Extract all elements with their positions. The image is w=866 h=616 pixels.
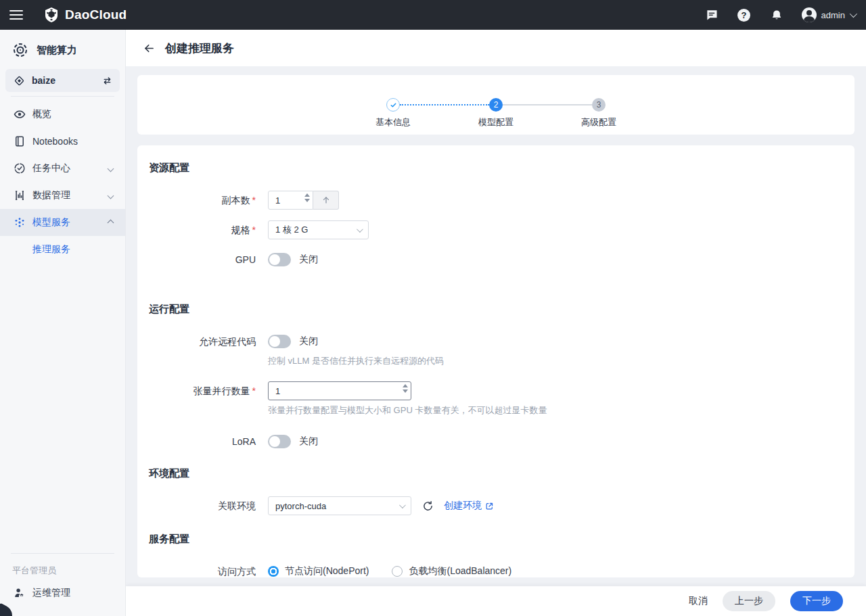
chevron-down-icon [357,226,363,233]
sidebar-item-data-management[interactable]: 数据管理 [0,182,125,209]
sidebar-item-ops-management[interactable]: 运维管理 [0,579,125,607]
brand[interactable]: DaoCloud [43,7,127,23]
radio-loadbalancer[interactable]: 负载均衡(LoadBalancer) [392,565,511,577]
chevron-down-icon [108,165,114,172]
stepper-up-icon[interactable] [304,193,310,197]
workspace-name: baize [32,75,55,86]
replicas-input-wrapper [268,191,313,210]
data-columns-icon [14,189,26,202]
sidebar: 智能算力 baize 概览 Notebooks [0,30,126,616]
external-link-icon [485,502,494,511]
step-label: 高级配置 [581,116,616,128]
back-arrow-icon[interactable] [141,40,157,56]
form-row-lora: LoRA 关闭 [149,432,838,451]
chevron-up-icon [108,219,114,226]
radio-nodeport[interactable]: 节点访问(NodePort) [268,565,369,577]
radio-label: 负载均衡(LoadBalancer) [409,565,511,577]
message-icon[interactable] [704,7,719,22]
page-header: 创建推理服务 [126,30,866,66]
sidebar-item-task-center[interactable]: 任务中心 [0,155,125,182]
brand-name: DaoCloud [65,7,127,22]
gpu-toggle[interactable] [268,253,291,266]
compute-module-icon [12,42,28,58]
sidebar-item-model-services[interactable]: 模型服务 [0,209,125,236]
remote-code-toggle[interactable] [268,335,291,348]
stepper-down-icon[interactable] [304,199,310,202]
divider [11,96,114,97]
step-number: 2 [489,98,503,112]
step-advanced-config: 3 高级配置 [592,98,606,112]
field-label: 关联环境 [218,500,256,511]
stepper-up-icon[interactable] [403,384,408,387]
tensor-parallel-hint: 张量并行数量配置与模型大小和 GPU 卡数量有关，不可以超过显卡数量 [268,404,547,416]
user-name: admin [821,10,845,20]
switch-workspace-icon[interactable] [101,75,113,87]
lora-toggle-state: 关闭 [299,435,318,448]
step-connector [400,98,489,112]
admin-gear-icon [14,587,26,599]
form-row-access-mode: 访问方式 节点访问(NodePort) 负载均衡(LoadBalancer) [149,562,838,577]
sidebar-item-notebooks[interactable]: Notebooks [0,128,125,155]
field-label: GPU [235,254,256,265]
step-model-config: 2 模型配置 [489,98,503,112]
sidebar-item-label: 数据管理 [32,189,108,202]
bell-icon[interactable] [769,7,784,22]
step-done-check-icon [386,98,400,112]
sidebar-subitem-label: 推理服务 [32,243,70,256]
stepper-down-icon[interactable] [403,389,408,393]
field-label: 张量并行数量 [193,385,250,396]
section-service-title: 服务配置 [149,533,838,546]
form-row-remote-code: 允许远程代码 关闭 控制 vLLM 是否信任并执行来自远程源的代码 [149,332,838,366]
avatar [802,7,817,22]
daocloud-logo-icon [43,7,60,23]
sidebar-item-overview[interactable]: 概览 [0,101,125,128]
replicas-input[interactable] [269,195,297,206]
user-menu[interactable]: admin [802,7,855,22]
chevron-down-icon [850,10,857,18]
field-label: LoRA [232,436,256,447]
eye-icon [14,108,26,120]
menu-icon[interactable] [9,10,23,20]
environment-select[interactable]: pytorch-cuda [268,496,411,515]
field-label: 副本数 [222,195,250,206]
sidebar-item-label: 模型服务 [32,216,108,229]
steps-card: 基本信息 2 模型配置 3 高级配置 [137,75,854,135]
form-row-gpu: GPU 关闭 [149,250,838,269]
help-icon[interactable]: ? [737,7,752,22]
next-step-button[interactable]: 下一步 [790,591,843,611]
step-label: 基本信息 [375,116,411,128]
tensor-parallel-input[interactable] [269,386,384,396]
form-row-replicas: 副本数* [149,191,838,210]
field-label: 允许远程代码 [199,336,256,347]
cancel-button[interactable]: 取消 [689,595,708,607]
chevron-down-icon [399,502,406,508]
module-header: 智能算力 [0,30,125,68]
workspace-icon [14,75,25,87]
remote-code-hint: 控制 vLLM 是否信任并执行来自远程源的代码 [268,355,444,366]
form-row-spec: 规格* 1 核 2 G [149,220,838,239]
environment-select-value: pytorch-cuda [275,501,326,511]
section-environment-title: 环境配置 [149,467,838,480]
radio-selected-icon [268,566,279,577]
lora-toggle[interactable] [268,435,291,448]
section-runtime-title: 运行配置 [149,303,838,316]
topbar: DaoCloud ? admin [0,0,866,30]
spec-select[interactable]: 1 核 2 G [268,220,369,239]
section-resource-title: 资源配置 [149,162,838,174]
sidebar-item-label: 运维管理 [32,587,116,599]
sidebar-item-label: 任务中心 [32,162,108,174]
create-environment-link[interactable]: 创建环境 [444,500,494,512]
radio-unselected-icon [392,566,403,577]
module-title: 智能算力 [37,44,77,57]
scale-up-button[interactable] [313,191,339,210]
spec-select-value: 1 核 2 G [275,224,308,236]
workspace-selector[interactable]: baize [5,69,120,92]
remote-code-toggle-state: 关闭 [299,335,318,348]
sidebar-item-label: 概览 [32,108,116,120]
wizard-footer: 取消 上一步 下一步 [126,586,866,616]
task-check-icon [14,162,26,174]
step-basic-info: 基本信息 [386,98,400,112]
sidebar-item-inference-services[interactable]: 推理服务 [0,236,125,263]
refresh-icon[interactable] [421,499,434,513]
previous-step-button[interactable]: 上一步 [723,591,775,611]
